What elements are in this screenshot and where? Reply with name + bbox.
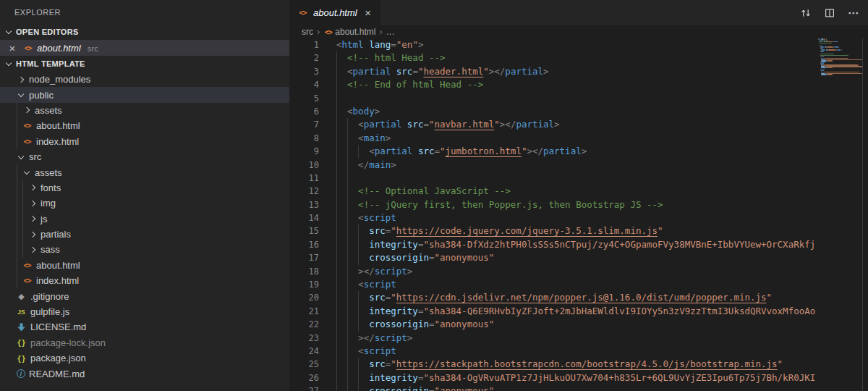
chevron-down-icon — [6, 60, 12, 66]
tree-item-label: index.html — [36, 136, 79, 147]
code-line[interactable]: 18 ></script> — [289, 265, 868, 278]
code-token: " — [778, 358, 783, 369]
code-line[interactable]: 19 <script — [289, 278, 868, 291]
sidebar-title: EXPLORER — [0, 0, 289, 24]
code-token: ></ — [500, 119, 516, 130]
tree-item-fonts[interactable]: fonts — [0, 180, 289, 196]
editor-actions — [799, 0, 860, 25]
code-token: < — [358, 119, 364, 130]
tree-indent-guide — [17, 164, 17, 180]
breadcrumb-item-file[interactable]: about.html — [335, 27, 375, 37]
code-line-content: crossorigin="anonymous" — [336, 384, 816, 391]
code-token: > — [407, 332, 413, 343]
code-token: script — [375, 332, 407, 343]
code-line-content: ></script> — [336, 265, 816, 278]
code-line[interactable]: 20 src="https://cdn.jsdelivr.net/npm/pop… — [289, 291, 868, 304]
code-token: integrity — [369, 239, 418, 250]
more-actions-icon[interactable] — [847, 7, 860, 20]
code-line[interactable]: 24 <script — [289, 345, 868, 358]
line-number: 17 — [289, 251, 336, 264]
code-token: " — [483, 66, 489, 77]
link-string: header.html — [423, 66, 483, 77]
code-line[interactable]: 6 <body> — [289, 105, 868, 118]
indent-guide — [336, 132, 337, 145]
tree-indent-guide — [17, 118, 17, 133]
code-token — [336, 239, 369, 250]
tree-item-index-html[interactable]: index.html — [0, 134, 289, 149]
code-token — [401, 119, 407, 130]
tree-item-about-html[interactable]: about.html — [0, 118, 289, 133]
code-line[interactable]: 16 integrity="sha384-DfXdz2htPH0lsSSs5nC… — [289, 238, 868, 251]
code-line[interactable]: 1<html lang="en"> — [289, 38, 868, 51]
tree-indent-guide — [17, 258, 17, 273]
tree-item-package-lock-json[interactable]: package-lock.json — [0, 335, 289, 350]
code-token: " — [391, 225, 396, 236]
minimap-line-fragment — [824, 72, 859, 73]
code-line[interactable]: 13 <!-- jQuery first, then Popper.js, th… — [289, 198, 868, 211]
code-line[interactable]: 11 — [289, 172, 868, 185]
code-line[interactable]: 2 <!-- html Head --> — [289, 51, 868, 64]
code-line[interactable]: 7 <partial src="navbar.html"></partial> — [289, 118, 868, 131]
code-token — [336, 372, 369, 383]
tab-about-html[interactable]: about.html — [289, 0, 380, 25]
code-line-content: <script — [336, 211, 816, 224]
code-line[interactable]: 21 integrity="sha384-Q6E9RHvbIyZFJoft+2m… — [289, 305, 868, 318]
code-line[interactable]: 23 ></script> — [289, 332, 868, 345]
tree-item-js[interactable]: js — [0, 211, 289, 227]
code-token: body — [353, 106, 375, 117]
close-editor-icon[interactable] — [7, 42, 18, 54]
code-line[interactable]: 26 integrity="sha384-OgVRvuATP1z7JjHLkuO… — [289, 371, 868, 384]
code-line[interactable]: 22 crossorigin="anonymous" — [289, 318, 868, 331]
section-open-editors[interactable]: OPEN EDITORS — [0, 24, 289, 40]
code-token: html — [342, 39, 364, 50]
code-token: script — [364, 345, 396, 356]
line-number: 5 — [289, 92, 336, 105]
code-line[interactable]: 5 — [289, 92, 868, 105]
tree-item-index-html[interactable]: index.html — [0, 273, 289, 288]
code-line[interactable]: 25 src="https://stackpath.bootstrapcdn.c… — [289, 358, 868, 371]
tree-item-assets[interactable]: assets — [0, 103, 289, 118]
code-line[interactable]: 14 <script — [289, 211, 868, 224]
code-token: crossorigin — [369, 385, 429, 391]
folder-collapsed-chevron-icon — [24, 107, 30, 113]
tree-item--gitignore[interactable]: .gitignore — [0, 288, 289, 303]
code-line[interactable]: 12 <!-- Optional JavaScript --> — [289, 185, 868, 198]
tree-item-partials[interactable]: partials — [0, 227, 289, 242]
code-editor-area[interactable]: 1<html lang="en">2 <!-- html Head -->3 <… — [289, 38, 868, 391]
tree-item-assets[interactable]: assets — [0, 164, 289, 180]
tree-item-src[interactable]: src — [0, 149, 289, 164]
indent-guide — [347, 132, 348, 145]
code-line-content: crossorigin="anonymous" — [336, 318, 816, 331]
open-changes-icon[interactable] — [799, 7, 812, 20]
tree-item-node-modules[interactable]: node_modules — [0, 72, 289, 87]
tree-item-public[interactable]: public — [0, 87, 289, 102]
tree-item-about-html[interactable]: about.html — [0, 258, 289, 273]
close-tab-icon[interactable] — [362, 7, 374, 19]
code-line[interactable]: 9 <partial src="jumbotron.html"></partia… — [289, 145, 868, 158]
code-line[interactable]: 4 <!-- End of html Head --> — [289, 78, 868, 91]
tree-item-gulpfile-js[interactable]: gulpfile.js — [0, 304, 289, 319]
vscode-window: { "colors": { "accent_orange": "#e37933"… — [0, 0, 868, 391]
code-line[interactable]: 17 crossorigin="anonymous" — [289, 251, 868, 264]
code-line-content: <!-- Optional JavaScript --> — [336, 185, 816, 198]
tree-item-img[interactable]: img — [0, 196, 289, 211]
code-line[interactable]: 10 </main> — [289, 159, 868, 172]
tree-indent-guide — [22, 242, 23, 257]
code-line[interactable]: 15 src="https://code.jquery.com/jquery-3… — [289, 224, 868, 237]
open-editor-item-about-html[interactable]: about.html src — [0, 40, 289, 56]
code-token: "sha384-OgVRvuATP1z7JjHLkuOU7Xw704+h835L… — [423, 372, 815, 383]
tree-item-package-json[interactable]: package.json — [0, 350, 289, 366]
breadcrumb-item-symbol[interactable]: … — [386, 27, 395, 37]
minimap-line-fragment — [834, 41, 838, 43]
tree-item-readme-md[interactable]: README.md — [0, 366, 289, 381]
tree-item-license-md[interactable]: LICENSE.md — [0, 319, 289, 335]
tree-item-sass[interactable]: sass — [0, 242, 289, 257]
code-line[interactable]: 27 crossorigin="anonymous" — [289, 384, 868, 391]
split-editor-icon[interactable] — [823, 7, 836, 20]
code-line[interactable]: 3 <partial src="header.html"></partial> — [289, 65, 868, 78]
minimap[interactable] — [816, 38, 861, 391]
section-html-template[interactable]: HTML TEMPLATE — [0, 56, 289, 72]
code-line[interactable]: 8 <main> — [289, 132, 868, 145]
breadcrumb-item-src[interactable]: src — [302, 27, 313, 37]
indent-guide — [336, 118, 337, 131]
